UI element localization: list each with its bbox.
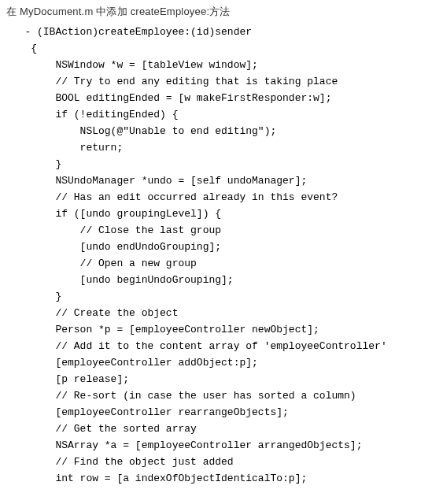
code-block: - (IBAction)createEmployee:(id)sender { … xyxy=(6,24,437,487)
page: 在 MyDocument.m 中添加 createEmployee:方法 - (… xyxy=(0,0,443,496)
intro-text: 在 MyDocument.m 中添加 createEmployee:方法 xyxy=(6,5,437,19)
